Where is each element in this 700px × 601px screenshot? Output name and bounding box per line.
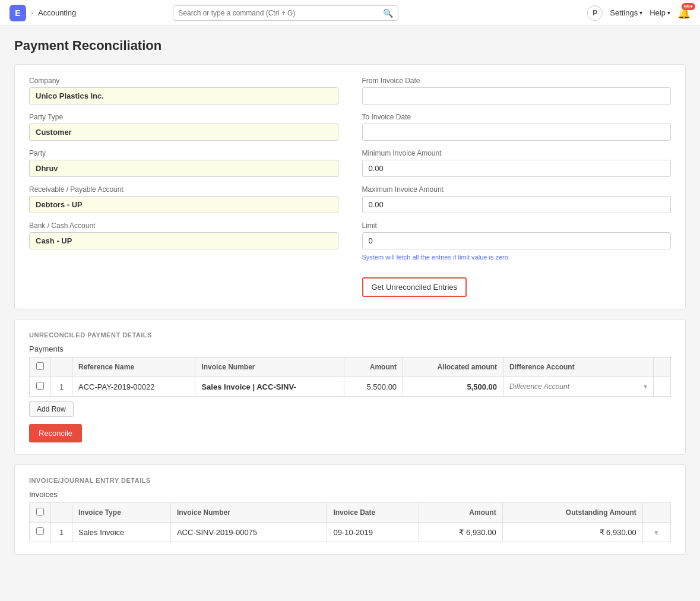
to-invoice-date-input[interactable]: [362, 124, 672, 141]
from-invoice-date-input[interactable]: [362, 87, 672, 105]
invoices-row-caret: ▾: [642, 523, 670, 542]
payments-col-allocated: Allocated amount: [403, 358, 503, 377]
invoices-col-type: Invoice Type: [72, 503, 171, 523]
to-invoice-date-group: To Invoice Date: [362, 113, 672, 141]
diff-account-caret-icon: ▾: [644, 382, 647, 391]
invoices-table-header: Invoice Type Invoice Number Invoice Date…: [30, 503, 671, 523]
invoices-row-amount: ₹ 6,930.00: [419, 523, 502, 542]
notification-area[interactable]: 🔔 99+: [677, 7, 691, 20]
company-group: Company: [29, 77, 338, 105]
payments-row-allocated: 5,500.00: [403, 377, 503, 397]
invoices-card: INVOICE/JOURNAL ENTRY DETAILS Invoices I…: [14, 464, 686, 555]
payments-col-num: [51, 358, 72, 377]
notification-badge: 99+: [682, 3, 695, 10]
invoices-col-checkbox: [30, 503, 51, 523]
help-caret-icon: ▾: [667, 10, 670, 16]
from-invoice-date-label: From Invoice Date: [362, 77, 672, 85]
invoices-row-invoice-number: ACC-SINV-2019-00075: [170, 523, 327, 542]
payments-row-extra: [653, 377, 670, 397]
add-row-button[interactable]: Add Row: [29, 401, 74, 417]
app-name: Accounting: [38, 8, 76, 17]
form-right: From Invoice Date To Invoice Date Minimu…: [362, 77, 672, 297]
search-bar[interactable]: 🔍: [173, 5, 398, 21]
limit-group: Limit System will fetch all the entries …: [362, 222, 672, 261]
form-left: Company Party Type Party Receivable / Pa…: [29, 77, 338, 297]
receivable-account-group: Receivable / Payable Account: [29, 185, 338, 213]
bank-cash-account-input[interactable]: [29, 232, 338, 249]
help-button[interactable]: Help ▾: [650, 8, 670, 17]
invoices-row-checkbox[interactable]: [36, 527, 44, 535]
payments-col-diff-account: Difference Account: [503, 358, 654, 377]
payments-col-checkbox: [30, 358, 51, 377]
invoices-col-num: [51, 503, 72, 523]
party-type-input[interactable]: [29, 124, 338, 141]
payments-col-invoice-number: Invoice Number: [195, 358, 344, 377]
party-group: Party: [29, 149, 338, 177]
payments-row-amount: 5,500.00: [344, 377, 403, 397]
company-input[interactable]: [29, 87, 338, 105]
search-input[interactable]: [178, 9, 379, 17]
bank-cash-account-label: Bank / Cash Account: [29, 222, 338, 230]
payments-table: Reference Name Invoice Number Amount All…: [29, 357, 671, 397]
payments-col-action: [653, 358, 670, 377]
invoices-row-type: Sales Invoice: [72, 523, 171, 542]
invoices-select-all[interactable]: [36, 508, 44, 515]
bank-cash-account-group: Bank / Cash Account: [29, 222, 338, 249]
company-label: Company: [29, 77, 338, 85]
search-icon: 🔍: [383, 8, 393, 18]
invoices-table-label: Invoices: [29, 490, 671, 499]
limit-input[interactable]: [362, 232, 672, 249]
party-label: Party: [29, 149, 338, 157]
payments-select-all[interactable]: [36, 362, 44, 370]
payments-row-invoice-number: Sales Invoice | ACC-SINV-: [195, 377, 344, 397]
settings-caret-icon: ▾: [639, 10, 642, 16]
topnav-right: P Settings ▾ Help ▾ 🔔 99+: [587, 5, 691, 21]
invoices-section-title: INVOICE/JOURNAL ENTRY DETAILS: [29, 477, 671, 484]
payments-row-reference: ACC-PAY-2019-00022: [72, 377, 195, 397]
invoices-table-row: 1 Sales Invoice ACC-SINV-2019-00075 09-1…: [30, 523, 671, 542]
diff-account-dropdown[interactable]: ▾: [509, 382, 647, 391]
invoices-col-action: [642, 503, 670, 523]
invoices-col-amount: Amount: [419, 503, 502, 523]
payments-table-header: Reference Name Invoice Number Amount All…: [30, 358, 671, 377]
reconcile-button[interactable]: Reconcile: [29, 424, 82, 442]
limit-label: Limit: [362, 222, 672, 230]
max-invoice-amount-group: Maximum Invoice Amount: [362, 185, 672, 213]
invoices-row-num: 1: [51, 523, 72, 542]
invoices-row-outstanding: ₹ 6,930.00: [502, 523, 642, 542]
logo-letter: E: [15, 8, 20, 18]
invoices-col-invoice-number: Invoice Number: [170, 503, 327, 523]
get-unreconciled-area: Get Unreconciled Entries: [362, 271, 672, 297]
get-unreconciled-button[interactable]: Get Unreconciled Entries: [362, 277, 467, 297]
payments-row-num: 1: [51, 377, 72, 397]
payments-row-checkbox-cell: [30, 377, 51, 397]
form-card: Company Party Type Party Receivable / Pa…: [14, 64, 686, 309]
max-invoice-amount-input[interactable]: [362, 196, 672, 213]
limit-help-text: System will fetch all the entries if lim…: [362, 254, 672, 261]
payments-row-diff-account-cell: ▾: [503, 377, 654, 397]
payments-col-reference: Reference Name: [72, 358, 195, 377]
payments-card: UNRECONCILED PAYMENT DETAILS Payments Re…: [14, 319, 686, 455]
topnav: E › Accounting 🔍 P Settings ▾ Help ▾ 🔔 9…: [0, 0, 700, 26]
payments-section-title: UNRECONCILED PAYMENT DETAILS: [29, 331, 671, 339]
receivable-account-label: Receivable / Payable Account: [29, 185, 338, 194]
party-input[interactable]: [29, 160, 338, 177]
nav-chevron-icon: ›: [31, 9, 33, 17]
invoices-row-checkbox-cell: [30, 523, 51, 542]
invoices-row-date: 09-10-2019: [327, 523, 419, 542]
to-invoice-date-label: To Invoice Date: [362, 113, 672, 121]
invoices-col-outstanding: Outstanding Amount: [502, 503, 642, 523]
page-title: Payment Reconciliation: [14, 38, 686, 53]
receivable-account-input[interactable]: [29, 196, 338, 213]
party-type-group: Party Type: [29, 113, 338, 141]
settings-button[interactable]: Settings ▾: [610, 8, 642, 17]
min-invoice-amount-input[interactable]: [362, 160, 672, 177]
payments-row-checkbox[interactable]: [36, 382, 44, 390]
diff-account-input[interactable]: [509, 382, 641, 391]
app-logo: E: [9, 5, 26, 21]
form-grid: Company Party Type Party Receivable / Pa…: [29, 77, 671, 297]
payments-table-label: Payments: [29, 344, 671, 353]
page-content: Payment Reconciliation Company Party Typ…: [0, 26, 700, 576]
min-invoice-amount-group: Minimum Invoice Amount: [362, 149, 672, 177]
payments-col-amount: Amount: [344, 358, 403, 377]
